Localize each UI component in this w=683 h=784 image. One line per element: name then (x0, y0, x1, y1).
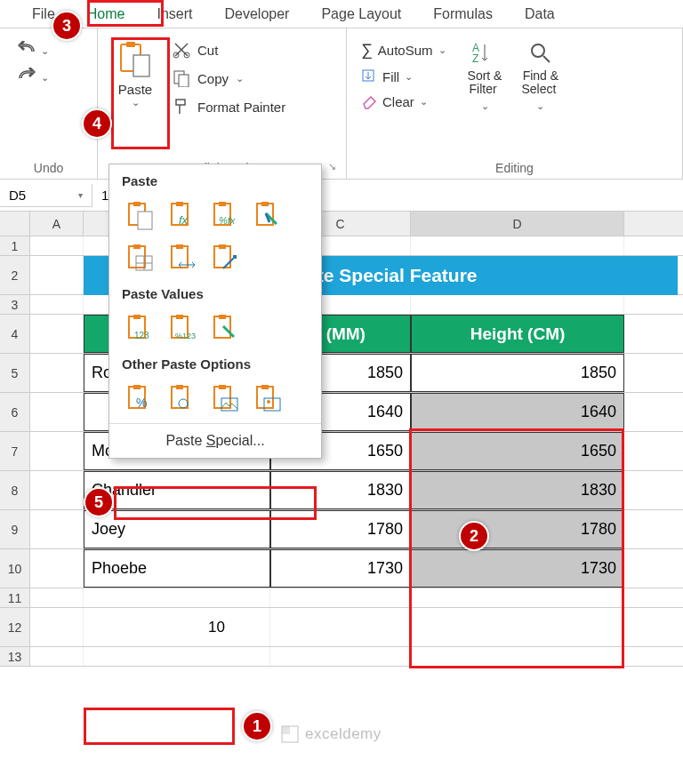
svg-text:%fx: %fx (219, 215, 236, 226)
svg-rect-52 (282, 726, 290, 734)
paste-values-number[interactable]: %123 (165, 310, 202, 348)
table-cell[interactable]: 1650 (411, 432, 624, 470)
autosum-label: AutoSum (378, 43, 433, 58)
tab-insert[interactable]: Insert (141, 1, 208, 28)
svg-rect-6 (179, 75, 189, 87)
paste-option-formulas-number[interactable]: %fx (207, 197, 245, 235)
fill-button[interactable]: Fill ⌄ (361, 68, 446, 84)
clear-button[interactable]: Clear ⌄ (361, 93, 446, 109)
undo-icon (16, 41, 39, 60)
table-cell[interactable]: 1730 (270, 549, 411, 588)
svg-point-50 (267, 400, 270, 404)
watermark: exceldemy (280, 724, 382, 744)
table-cell[interactable]: 1850 (411, 354, 624, 392)
svg-rect-13 (138, 212, 152, 229)
sort-filter-icon: AZ (472, 41, 497, 66)
table-cell[interactable]: 1780 (411, 510, 624, 548)
row-header-5[interactable]: 5 (0, 354, 30, 392)
tab-page-layout[interactable]: Page Layout (305, 1, 417, 28)
copy-label: Copy (197, 71, 229, 86)
row-header-8[interactable]: 8 (0, 471, 30, 509)
svg-rect-15 (176, 202, 183, 206)
tab-data[interactable]: Data (509, 1, 571, 28)
table-cell[interactable]: 1830 (270, 471, 411, 509)
col-header-D[interactable]: D (411, 212, 624, 236)
sort-filter-button[interactable]: AZ Sort & Filter ⌄ (468, 41, 502, 111)
row-header-2[interactable]: 2 (0, 256, 30, 294)
col-header-A[interactable]: A (30, 212, 84, 236)
paste-option-no-borders[interactable] (122, 240, 159, 277)
table-cell[interactable]: 1730 (411, 549, 624, 588)
svg-rect-28 (176, 244, 183, 249)
paste-menu-title: Paste (109, 170, 321, 192)
divisor-cell[interactable]: 10 (84, 608, 270, 646)
svg-text:Z: Z (472, 52, 478, 65)
row-header-13[interactable]: 13 (0, 647, 30, 666)
row-header-3[interactable]: 3 (0, 295, 30, 314)
clipboard-dialog-launcher[interactable]: ↘ (328, 161, 341, 173)
paste-values[interactable]: 123 (122, 310, 159, 348)
paste-special-menu-item[interactable]: Paste Special... (109, 423, 321, 458)
redo-icon (16, 68, 39, 87)
callout-2: 2 (459, 521, 489, 551)
find-select-label: Find & Select (521, 69, 559, 97)
svg-rect-48 (261, 385, 269, 389)
table-cell[interactable]: 1640 (411, 393, 624, 431)
paste-picture[interactable] (207, 380, 245, 418)
fill-down-icon (361, 68, 377, 84)
cut-button[interactable]: Cut (173, 41, 285, 59)
paste-option-transpose[interactable] (207, 240, 245, 277)
paste-button[interactable]: Paste ⌄ (107, 36, 164, 116)
svg-rect-47 (257, 387, 273, 408)
format-painter-button[interactable]: Format Painter (173, 98, 285, 116)
chevron-down-icon: ⌄ (132, 97, 140, 108)
paste-linked-picture[interactable] (250, 380, 287, 418)
ribbon: ⌄ ⌄ Undo Paste ⌄ Cut (0, 28, 683, 180)
callout-1: 1 (242, 711, 272, 741)
table-cell[interactable]: 1830 (411, 471, 624, 509)
exceldemy-icon (280, 724, 300, 744)
undo-button[interactable]: ⌄ (16, 41, 49, 60)
paste-option-keep-source[interactable] (250, 197, 287, 235)
find-select-button[interactable]: Find & Select ⌄ (521, 41, 559, 111)
row-header-12[interactable]: 12 (0, 608, 30, 646)
other-paste-title: Other Paste Options (109, 353, 321, 375)
row-header-4[interactable]: 4 (0, 315, 30, 353)
name-box[interactable]: D5▾ (0, 184, 92, 207)
row-header-7[interactable]: 7 (0, 432, 30, 470)
autosum-button[interactable]: ∑AutoSum ⌄ (361, 41, 446, 60)
paste-formatting[interactable]: % (122, 380, 159, 418)
paste-option-formulas[interactable]: fx (165, 197, 202, 235)
svg-rect-18 (219, 202, 226, 206)
table-cell[interactable]: Phoebe (84, 549, 270, 588)
row-header-1[interactable]: 1 (0, 236, 30, 255)
name-box-value: D5 (9, 188, 26, 203)
svg-rect-40 (133, 385, 141, 389)
paste-option-column-widths[interactable] (165, 240, 202, 277)
select-all-corner[interactable] (0, 212, 30, 236)
tab-formulas[interactable]: Formulas (417, 1, 509, 28)
clear-label: Clear (382, 94, 414, 109)
fill-label: Fill (382, 69, 399, 84)
row-header-9[interactable]: 9 (0, 510, 30, 548)
redo-button[interactable]: ⌄ (16, 68, 49, 87)
copy-button[interactable]: Copy ⌄ (173, 69, 285, 87)
tab-developer[interactable]: Developer (208, 1, 305, 28)
svg-rect-21 (261, 202, 269, 206)
row-header-10[interactable]: 10 (0, 549, 30, 588)
table-cell[interactable]: Joey (84, 510, 270, 548)
paste-link[interactable] (165, 380, 202, 418)
cut-label: Cut (197, 43, 218, 58)
table-cell[interactable]: 1780 (270, 510, 411, 548)
svg-rect-2 (133, 55, 149, 76)
sort-filter-label: Sort & Filter (468, 69, 502, 97)
paste-values-source[interactable] (207, 310, 245, 348)
row-header-11[interactable]: 11 (0, 588, 30, 607)
callout-5: 5 (84, 487, 114, 517)
paste-label: Paste (118, 82, 152, 97)
search-icon (528, 41, 553, 66)
watermark-text: exceldemy (305, 725, 382, 743)
row-header-6[interactable]: 6 (0, 393, 30, 431)
paste-option-all[interactable] (122, 197, 159, 235)
paste-values-title: Paste Values (109, 283, 321, 305)
